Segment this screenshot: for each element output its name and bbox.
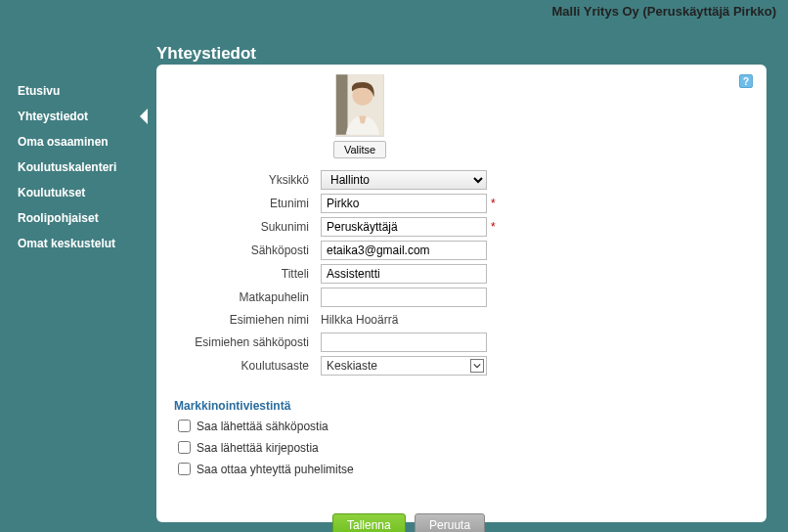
koulutusaste-select[interactable]: Keskiaste — [321, 356, 487, 376]
etunimi-input[interactable] — [321, 194, 487, 213]
marketing-phone-label: Saa ottaa yhteyttä puhelimitse — [197, 463, 354, 476]
marketing-phone-checkbox[interactable] — [178, 463, 191, 475]
svg-rect-1 — [336, 74, 348, 134]
titteli-input[interactable] — [321, 264, 487, 284]
sukunimi-input[interactable] — [321, 217, 487, 237]
label-sahkoposti: Sähköposti — [174, 244, 321, 257]
required-marker: * — [491, 220, 496, 234]
help-icon[interactable]: ? — [739, 74, 753, 88]
sidebar-item-label: Oma osaaminen — [18, 135, 109, 149]
sidebar-item-omat-keskustelut[interactable]: Omat keskustelut — [0, 231, 147, 256]
company-user-label: Malli Yritys Oy (Peruskäyttäjä Pirkko) — [551, 4, 776, 19]
marketing-email-checkbox[interactable] — [178, 420, 191, 432]
esimies-nimi-value: Hilkka Hooärrä — [321, 311, 398, 329]
marketing-mail-label: Saa lähettää kirjepostia — [197, 441, 319, 455]
label-sukunimi: Sukunimi — [174, 220, 321, 234]
save-button[interactable]: Tallenna — [332, 513, 406, 532]
sidebar-item-etusivu[interactable]: Etusivu — [0, 78, 147, 104]
label-esimies-nimi: Esimiehen nimi — [174, 313, 321, 327]
koulutusaste-value: Keskiaste — [327, 359, 377, 373]
chevron-down-icon[interactable] — [470, 359, 484, 373]
sidebar-item-label: Koulutukset — [18, 186, 85, 200]
content-panel: ? Valitse Yksikkö Hallinto Etunimi * Suk… — [156, 65, 766, 522]
sidebar-item-oma-osaaminen[interactable]: Oma osaaminen — [0, 129, 147, 155]
yksikko-select[interactable]: Hallinto — [321, 170, 487, 190]
form-actions: Tallenna Peruuta — [174, 513, 749, 532]
sidebar-item-yhteystiedot[interactable]: Yhteystiedot — [0, 104, 147, 129]
required-marker: * — [491, 197, 496, 210]
label-etunimi: Etunimi — [174, 197, 321, 210]
page-title: Yhteystiedot — [156, 44, 788, 64]
sidebar-item-koulutukset[interactable]: Koulutukset — [0, 180, 147, 205]
label-yksikko: Yksikkö — [174, 173, 321, 187]
esimies-email-input[interactable] — [321, 332, 487, 352]
person-photo-icon — [336, 73, 383, 136]
label-esimies-email: Esimiehen sähköposti — [174, 335, 321, 349]
sidebar-item-koulutuskalenteri[interactable]: Koulutuskalenteri — [0, 155, 147, 180]
sidebar-item-label: Etusivu — [18, 84, 60, 98]
choose-photo-button[interactable]: Valitse — [333, 141, 386, 158]
marketing-section-title: Markkinointiviestintä — [174, 399, 749, 413]
label-koulutusaste: Koulutusaste — [174, 359, 321, 373]
sidebar-item-label: Yhteystiedot — [18, 110, 88, 123]
cancel-button[interactable]: Peruuta — [415, 513, 485, 532]
matkapuhelin-input[interactable] — [321, 288, 487, 307]
sahkoposti-input[interactable] — [321, 241, 487, 260]
top-bar: Malli Yritys Oy (Peruskäyttäjä Pirkko) — [0, 0, 788, 19]
label-titteli: Titteli — [174, 267, 321, 281]
sidebar-item-label: Omat keskustelut — [18, 237, 115, 250]
label-matkapuhelin: Matkapuhelin — [174, 290, 321, 304]
sidebar: Etusivu Yhteystiedot Oma osaaminen Koulu… — [0, 78, 147, 256]
profile-photo — [335, 74, 384, 137]
marketing-mail-checkbox[interactable] — [178, 441, 191, 454]
sidebar-item-roolipohjaiset[interactable]: Roolipohjaiset — [0, 205, 147, 231]
sidebar-item-label: Roolipohjaiset — [18, 211, 99, 225]
marketing-email-label: Saa lähettää sähköpostia — [197, 420, 328, 433]
sidebar-item-label: Koulutuskalenteri — [18, 160, 116, 174]
